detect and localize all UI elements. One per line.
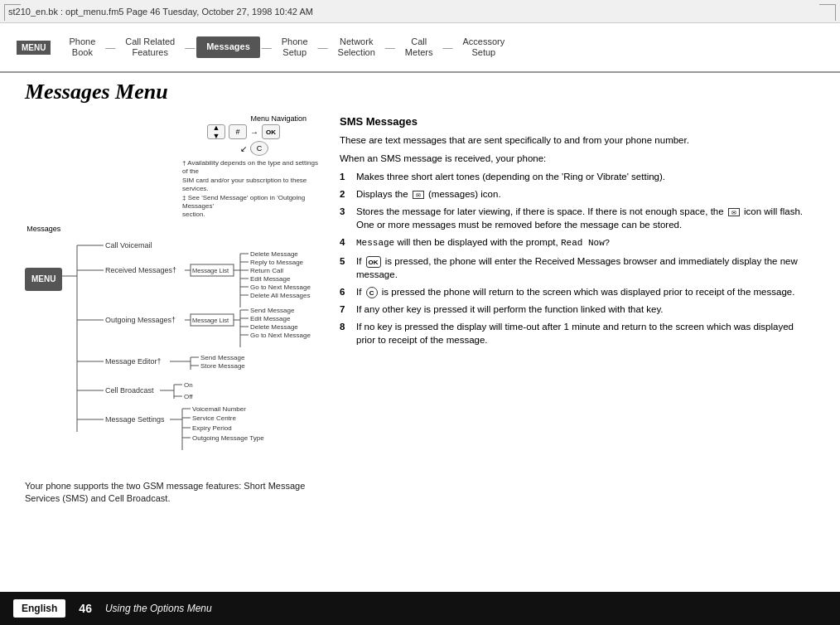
svg-text:Service Centre: Service Centre [192,414,236,422]
diagram-svg: Call Voicemail Received Messages† Messag… [62,225,319,473]
svg-text:Delete Message: Delete Message [250,323,298,331]
page-title: Messages Menu [25,80,815,104]
nav-item-call-meters[interactable]: CallMeters [397,36,442,58]
nav-item-accessory-setup[interactable]: AccessorySetup [454,36,513,58]
svg-text:Message Editor†: Message Editor† [105,357,162,366]
svg-text:Call Voicemail: Call Voicemail [105,241,152,250]
svg-text:Reply to Message: Reply to Message [250,259,304,266]
menu-box: MENU [17,41,51,55]
nav-hash-btn[interactable]: # [229,124,247,139]
left-column: Menu Navigation ▲▼ # → OK ↙ C † Availabi… [25,114,323,592]
footnote4: section. [182,211,323,219]
svg-text:Received Messages†: Received Messages† [105,266,176,274]
svg-text:Edit Message: Edit Message [250,315,291,322]
nav-arrow-6: — [442,41,452,54]
nav-item-network-selection[interactable]: NetworkSelection [330,36,384,58]
item-text-8: If no key is pressed the display will ti… [356,320,815,346]
sms-item-3: 3 Stores the message for later viewing, … [340,205,815,231]
nav-c-btn[interactable]: C [250,141,268,156]
nav-arrow-3: — [262,41,272,54]
svg-text:Go to Next Message: Go to Next Message [250,332,311,339]
messages-label: Messages [27,225,60,233]
item-text-7: If any other key is pressed it will perf… [356,303,664,316]
svg-text:Voicemail Number: Voicemail Number [192,405,246,413]
content-split: Menu Navigation ▲▼ # → OK ↙ C † Availabi… [25,114,815,592]
menu-button[interactable]: MENU [25,268,62,291]
nav-bar: MENU PhoneBook — Call RelatedFeatures — … [0,23,840,73]
item-text-2: Displays the ✉ (messages) icon. [356,187,501,201]
header-text: st210_en.bk : opt_menu.fm5 Page 46 Tuesd… [8,7,313,17]
item-text-5: If OK is pressed, the phone will enter t… [356,254,815,281]
envelope-flash-icon: ✉ [728,208,740,216]
main-content: Messages Menu Menu Navigation ▲▼ # → OK … [0,73,840,592]
nav-item-related-features[interactable]: Call RelatedFeatures [117,36,183,58]
sms-para1: These are text messages that are sent sp… [340,133,815,147]
svg-text:Cell Broadcast: Cell Broadcast [105,386,154,395]
svg-text:Expiry Period: Expiry Period [192,424,232,432]
item-num-8: 8 [340,320,351,346]
sms-section: SMS Messages These are text messages tha… [340,114,815,346]
svg-text:Off: Off [184,393,193,400]
svg-text:Message Settings: Message Settings [105,415,165,424]
item-num-1: 1 [340,170,351,183]
svg-text:Store Message: Store Message [200,362,245,370]
nav-arrow-2: — [185,41,195,54]
nav-item-messages[interactable]: Messages [196,36,260,57]
sms-item-5: 5 If OK is pressed, the phone will enter… [340,254,815,281]
sms-item-8: 8 If no key is pressed the display will … [340,320,815,346]
nav-item-phone-setup[interactable]: PhoneSetup [273,36,316,58]
right-column: SMS Messages These are text messages tha… [340,114,815,592]
svg-text:Send Message: Send Message [200,354,245,361]
item-num-7: 7 [340,303,351,316]
corner-mark-tr [819,4,836,21]
svg-text:On: On [184,381,193,389]
read-now-mono: Read Now? [561,238,610,248]
description-text: Your phone supports the two GSM message … [25,480,323,506]
svg-text:Message List: Message List [192,317,229,324]
page-description: Using the Options Menu [105,603,212,614]
svg-text:Delete Message: Delete Message [250,250,298,258]
item-text-6: If C is pressed the phone will return to… [356,285,794,298]
page-number: 46 [79,602,92,615]
svg-text:Return Call: Return Call [250,267,283,274]
footnote3: ‡ See 'Send Message' option in 'Outgoing… [182,194,323,211]
footnote1: † Availability depends on the type and s… [182,159,323,177]
item-num-5: 5 [340,254,351,281]
sms-item-7: 7 If any other key is pressed it will pe… [340,303,815,316]
nav-items: PhoneBook — Call RelatedFeatures — Messa… [60,36,823,58]
svg-text:Delete All Messages: Delete All Messages [250,292,310,299]
sms-list: 1 Makes three short alert tones (dependi… [340,170,815,346]
item-num-2: 2 [340,187,351,201]
nav-label: Menu Navigation [250,114,307,123]
sms-para2: When an SMS message is received, your ph… [340,152,815,165]
item-num-6: 6 [340,285,351,298]
sms-item-1: 1 Makes three short alert tones (dependi… [340,170,815,183]
nav-item-phone-book[interactable]: PhoneBook [60,36,104,58]
svg-text:Message List: Message List [192,267,229,274]
message-mono: Message [356,238,394,248]
ok-icon: OK [366,256,381,268]
nav-up-btn[interactable]: ▲▼ [207,124,225,139]
item-text-3: Stores the message for later viewing, if… [356,205,815,231]
diagram-area: Menu Navigation ▲▼ # → OK ↙ C † Availabi… [25,114,323,506]
sms-item-2: 2 Displays the ✉ (messages) icon. [340,187,815,201]
bottom-bar: English 46 Using the Options Menu [0,592,840,625]
item-num-4: 4 [340,235,351,250]
svg-text:Outgoing Messages†: Outgoing Messages† [105,316,176,324]
nav-arrow-5: — [385,41,395,54]
c-icon: C [366,287,378,298]
nav-ok-btn[interactable]: OK [262,124,280,139]
item-num-3: 3 [340,205,351,231]
svg-text:Outgoing Message Type: Outgoing Message Type [192,434,264,442]
svg-text:Send Message: Send Message [250,307,295,314]
nav-menu-label: MENU [17,41,54,55]
envelope-icon: ✉ [413,191,424,199]
item-text-4: Message will then be displayed with the … [356,235,610,250]
nav-arrow-right: → [250,128,258,137]
sms-title: SMS Messages [340,114,815,130]
item-text-1: Makes three short alert tones (depending… [356,170,665,183]
corner-mark-tl [4,4,21,21]
svg-text:Edit Message: Edit Message [250,275,291,283]
nav-back-arrow: ↙ [240,144,247,153]
sms-item-4: 4 Message will then be displayed with th… [340,235,815,250]
